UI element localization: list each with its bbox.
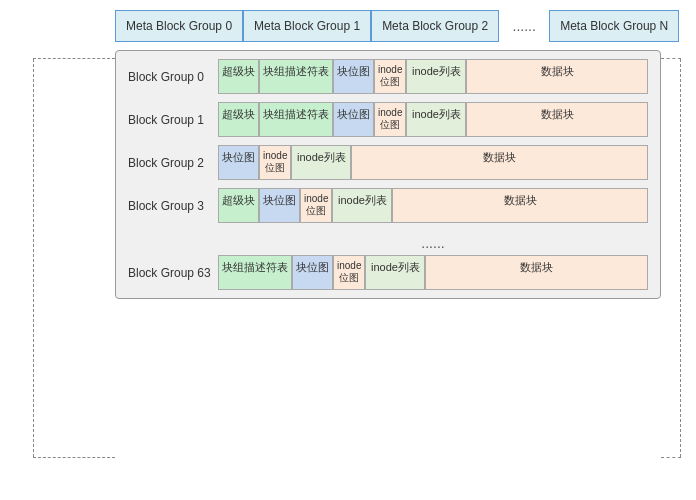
block-group-label-2: Block Group 2 bbox=[128, 156, 218, 170]
cell-inode-list-0-4: inode列表 bbox=[406, 59, 466, 94]
cell-block-desc-0-1: 块组描述符表 bbox=[259, 59, 333, 94]
cell-data-5-4: 数据块 bbox=[425, 255, 648, 290]
cell-superblock-1-0: 超级块 bbox=[218, 102, 259, 137]
cell-block-bitmap-0-2: 块位图 bbox=[333, 59, 374, 94]
block-group-row-2: Block Group 2块位图inode位图inode列表数据块 bbox=[128, 145, 648, 180]
cell-inode-bitmap-2-1: inode位图 bbox=[259, 145, 291, 180]
cell-block-bitmap-3-1: 块位图 bbox=[259, 188, 300, 223]
cell-inode-list-1-4: inode列表 bbox=[406, 102, 466, 137]
block-group-label-5: Block Group 63 bbox=[128, 266, 218, 280]
cell-inode-list-3-3: inode列表 bbox=[332, 188, 392, 223]
meta-block-1: Meta Block Group 1 bbox=[243, 10, 371, 42]
cells-row-5: 块组描述符表块位图inode位图inode列表数据块 bbox=[218, 255, 648, 290]
block-group-label-1: Block Group 1 bbox=[128, 113, 218, 127]
cell-data-1-5: 数据块 bbox=[466, 102, 648, 137]
block-group-label-3: Block Group 3 bbox=[128, 199, 218, 213]
cell-inode-list-2-2: inode列表 bbox=[291, 145, 351, 180]
cell-superblock-3-0: 超级块 bbox=[218, 188, 259, 223]
cell-data-0-5: 数据块 bbox=[466, 59, 648, 94]
cell-superblock-0-0: 超级块 bbox=[218, 59, 259, 94]
cells-row-1: 超级块块组描述符表块位图inode位图inode列表数据块 bbox=[218, 102, 648, 137]
cells-row-3: 超级块块位图inode位图inode列表数据块 bbox=[218, 188, 648, 223]
outer-wrapper: Meta Block Group 0Meta Block Group 1Meta… bbox=[0, 0, 696, 468]
cell-inode-list-5-3: inode列表 bbox=[365, 255, 425, 290]
meta-block-2: Meta Block Group 2 bbox=[371, 10, 499, 42]
block-group-row-1: Block Group 1超级块块组描述符表块位图inode位图inode列表数… bbox=[128, 102, 648, 137]
cell-inode-bitmap-5-2: inode位图 bbox=[333, 255, 365, 290]
cell-block-bitmap-2-0: 块位图 bbox=[218, 145, 259, 180]
ellipsis-row: ...... bbox=[128, 231, 648, 255]
cell-data-3-4: 数据块 bbox=[392, 188, 648, 223]
meta-block-0: Meta Block Group 0 bbox=[115, 10, 243, 42]
meta-block-3: ...... bbox=[499, 10, 549, 42]
cells-row-0: 超级块块组描述符表块位图inode位图inode列表数据块 bbox=[218, 59, 648, 94]
block-group-row-5: Block Group 63块组描述符表块位图inode位图inode列表数据块 bbox=[128, 255, 648, 290]
cell-block-desc-1-1: 块组描述符表 bbox=[259, 102, 333, 137]
cells-row-2: 块位图inode位图inode列表数据块 bbox=[218, 145, 648, 180]
block-group-row-3: Block Group 3超级块块位图inode位图inode列表数据块 bbox=[128, 188, 648, 223]
block-group-row-0: Block Group 0超级块块组描述符表块位图inode位图inode列表数… bbox=[128, 59, 648, 94]
meta-block-4: Meta Block Group N bbox=[549, 10, 679, 42]
inner-container: Block Group 0超级块块组描述符表块位图inode位图inode列表数… bbox=[115, 50, 661, 299]
cell-inode-bitmap-0-3: inode位图 bbox=[374, 59, 406, 94]
cell-data-2-3: 数据块 bbox=[351, 145, 648, 180]
cell-inode-bitmap-3-2: inode位图 bbox=[300, 188, 332, 223]
cell-inode-bitmap-1-3: inode位图 bbox=[374, 102, 406, 137]
cell-block-desc-5-0: 块组描述符表 bbox=[218, 255, 292, 290]
meta-row: Meta Block Group 0Meta Block Group 1Meta… bbox=[115, 10, 681, 42]
cell-block-bitmap-5-1: 块位图 bbox=[292, 255, 333, 290]
cell-block-bitmap-1-2: 块位图 bbox=[333, 102, 374, 137]
block-group-label-0: Block Group 0 bbox=[128, 70, 218, 84]
